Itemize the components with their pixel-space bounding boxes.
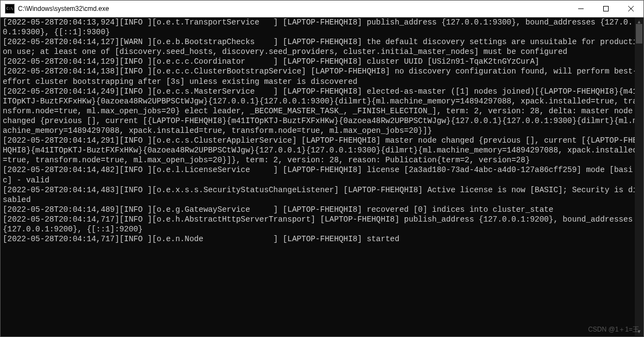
log-line: [2022-05-28T20:04:14,138][INFO ][o.e.c.c…	[3, 67, 637, 85]
log-line: [2022-05-28T20:04:14,291][INFO ][o.e.c.s…	[3, 136, 637, 164]
scrollbar-down-arrow-icon[interactable]: ▼	[635, 327, 643, 336]
vertical-scrollbar[interactable]: ▲ ▼	[635, 17, 643, 336]
log-line: [2022-05-28T20:04:14,127][WARN ][o.e.b.B…	[3, 38, 637, 56]
cmd-icon-text: C:\	[7, 7, 14, 11]
log-line: [2022-05-28T20:04:14,489][INFO ][o.e.g.G…	[3, 205, 553, 214]
cmd-window: C:\ C:\Windows\system32\cmd.exe [2022-05…	[0, 0, 644, 337]
log-line: [2022-05-28T20:04:14,129][INFO ][o.e.c.c…	[3, 57, 540, 66]
log-line: [2022-05-28T20:04:13,924][INFO ][o.e.t.T…	[3, 18, 633, 36]
log-line: [2022-05-28T20:04:14,249][INFO ][o.e.c.s…	[3, 87, 637, 135]
log-line: [2022-05-28T20:04:14,482][INFO ][o.e.l.L…	[3, 166, 633, 184]
log-line: [2022-05-28T20:04:14,483][INFO ][o.e.x.s…	[3, 186, 637, 204]
window-title: C:\Windows\system32\cmd.exe	[18, 5, 109, 13]
window-controls	[568, 1, 643, 17]
minimize-button[interactable]	[568, 1, 593, 17]
log-line: [2022-05-28T20:04:14,717][INFO ][o.e.h.A…	[3, 215, 637, 234]
cmd-icon: C:\	[5, 4, 15, 14]
log-line: [2022-05-28T20:04:14,717][INFO ][o.e.n.N…	[3, 235, 399, 243]
titlebar[interactable]: C:\ C:\Windows\system32\cmd.exe	[1, 1, 643, 17]
svg-rect-1	[604, 7, 609, 11]
scrollbar-thumb[interactable]	[636, 24, 642, 44]
maximize-button[interactable]	[593, 1, 618, 17]
close-button[interactable]	[618, 1, 643, 17]
terminal-output[interactable]: [2022-05-28T20:04:13,924][INFO ][o.e.t.T…	[1, 17, 643, 336]
